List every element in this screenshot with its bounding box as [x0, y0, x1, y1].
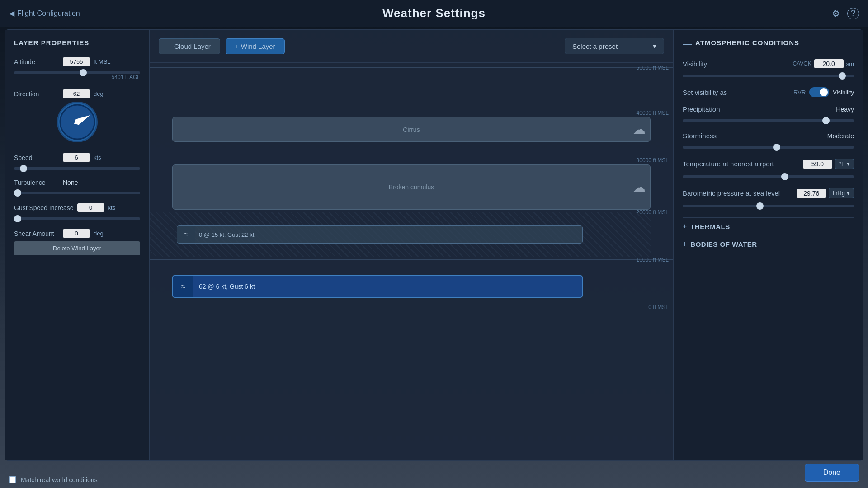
bodies-of-water-plus-icon: + — [683, 240, 687, 248]
direction-unit: deg — [94, 90, 104, 97]
help-icon[interactable]: ? — [847, 8, 859, 19]
toggle-thumb — [820, 88, 828, 96]
back-link[interactable]: ◀ Flight Configuration — [0, 9, 89, 18]
cavok-label: CAVOK — [793, 61, 811, 67]
match-real-world-checkbox[interactable] — [9, 476, 16, 483]
storminess-label: Storminess — [683, 132, 717, 140]
chevron-down-icon: ▾ — [653, 42, 656, 50]
storminess-slider[interactable] — [683, 146, 854, 149]
weather-visualization: 50000 ft MSL 40000 ft MSL Cirrus ☁ 30000… — [150, 63, 673, 460]
direction-label: Direction — [14, 90, 59, 98]
match-real-world-row: Match real world conditions — [9, 476, 98, 483]
turbulence-slider[interactable] — [14, 192, 140, 194]
gust-speed-input[interactable] — [77, 203, 104, 212]
altitude-line-0: 0 ft MSL — [150, 307, 673, 307]
altitude-label-0: 0 ft MSL — [648, 304, 669, 310]
storminess-row: Storminess Moderate — [683, 132, 854, 140]
speed-input[interactable] — [63, 153, 90, 162]
storminess-section: Storminess Moderate — [683, 132, 854, 150]
wind-layer-upper[interactable]: ≈ 0 @ 15 kt, Gust 22 kt — [177, 225, 583, 244]
bodies-of-water-header[interactable]: + BODIES OF WATER — [683, 235, 854, 253]
visibility-mode-label: Visibility — [833, 89, 854, 96]
broken-cumulus-layer[interactable]: Broken cumulus ☁ — [172, 164, 651, 210]
temperature-unit-label: °F — [839, 160, 845, 167]
shear-label: Shear Amount — [14, 230, 59, 237]
preset-dropdown[interactable]: Select a preset ▾ — [565, 38, 664, 54]
barometric-slider[interactable] — [683, 205, 854, 207]
barometric-input[interactable] — [797, 189, 826, 198]
visibility-row: Visibility CAVOK sm — [683, 59, 854, 68]
layer-properties-title: LAYER PROPERTIES — [14, 39, 140, 47]
bodies-of-water-title: BODIES OF WATER — [690, 240, 757, 248]
altitude-unit: ft MSL — [94, 58, 111, 65]
altitude-line-40000: 40000 ft MSL — [150, 113, 673, 113]
direction-input[interactable] — [63, 89, 90, 98]
main-panel: LAYER PROPERTIES Altitude ft MSL 5401 ft… — [5, 29, 863, 461]
speed-slider[interactable] — [14, 167, 140, 170]
settings-icon[interactable]: ⚙ — [832, 8, 840, 19]
atmospheric-conditions-label: ATMOSPHERIC CONDITIONS — [695, 39, 799, 47]
wind-layer-active[interactable]: ≈ 62 @ 6 kt, Gust 6 kt — [172, 275, 583, 298]
visibility-slider[interactable] — [683, 75, 854, 77]
temperature-input[interactable] — [803, 160, 832, 169]
compass-svg — [59, 104, 95, 140]
precipitation-label: Precipitation — [683, 105, 720, 113]
cloud-layer-button[interactable]: + Cloud Layer — [159, 38, 220, 54]
gust-speed-section: Gust Speed Increase kts — [14, 203, 140, 222]
shear-input[interactable] — [63, 229, 90, 238]
set-visibility-label: Set visibility as — [683, 89, 727, 96]
cirrus-layer[interactable]: Cirrus ☁ — [172, 117, 651, 142]
done-button[interactable]: Done — [805, 464, 859, 482]
precipitation-row: Precipitation Heavy — [683, 105, 854, 113]
visibility-label: Visibility — [683, 60, 707, 68]
temperature-section: Temperature at nearest airport °F ▾ — [683, 159, 854, 180]
gust-speed-slider[interactable] — [14, 217, 140, 220]
barometric-value-group: inHg ▾ — [797, 188, 854, 198]
barometric-section: Barometric pressure at sea level inHg ▾ — [683, 188, 854, 209]
direction-row: Direction deg — [14, 89, 140, 98]
cirrus-label: Cirrus — [403, 126, 420, 133]
wind-layer-active-info: 62 @ 6 kt, Gust 6 kt — [193, 283, 255, 290]
speed-label: Speed — [14, 154, 59, 161]
shear-section: Shear Amount deg Delete Wind Layer — [14, 229, 140, 255]
altitude-section: Altitude ft MSL 5401 ft AGL — [14, 57, 140, 82]
layer-buttons-bar: + Cloud Layer + Wind Layer Select a pres… — [150, 30, 673, 63]
barometric-row: Barometric pressure at sea level inHg ▾ — [683, 188, 854, 198]
temperature-chevron-icon: ▾ — [847, 160, 850, 167]
temperature-unit-dropdown[interactable]: °F ▾ — [835, 159, 854, 169]
gust-speed-label: Gust Speed Increase — [14, 204, 74, 211]
turbulence-row: Turbulence None — [14, 179, 140, 186]
altitude-input[interactable] — [63, 57, 90, 66]
altitude-label-40000: 40000 ft MSL — [637, 110, 669, 116]
wind-icon-upper: ≈ — [177, 226, 195, 243]
visibility-toggle[interactable] — [809, 87, 829, 97]
turbulence-section: Turbulence None — [14, 179, 140, 196]
visibility-input[interactable] — [814, 59, 844, 68]
shear-unit: deg — [94, 230, 104, 237]
altitude-label-50000: 50000 ft MSL — [637, 65, 669, 71]
barometric-unit-dropdown[interactable]: inHg ▾ — [829, 188, 854, 198]
top-bar-right: ⚙ ? — [832, 8, 868, 19]
precipitation-value: Heavy — [836, 106, 854, 113]
precipitation-slider[interactable] — [683, 119, 854, 122]
left-panel: LAYER PROPERTIES Altitude ft MSL 5401 ft… — [5, 30, 150, 460]
visibility-section: Visibility CAVOK sm — [683, 59, 854, 79]
wind-layer-button[interactable]: + Wind Layer — [226, 38, 285, 54]
thermals-header[interactable]: + THERMALS — [683, 217, 854, 235]
barometric-chevron-icon: ▾ — [847, 190, 850, 197]
speed-unit: kts — [94, 154, 101, 161]
preset-label: Select a preset — [572, 42, 618, 50]
gust-speed-unit: kts — [108, 204, 116, 211]
delete-wind-layer-button[interactable]: Delete Wind Layer — [14, 241, 140, 255]
barometric-label: Barometric pressure at sea level — [683, 189, 780, 197]
back-label: Flight Configuration — [17, 9, 80, 18]
barometric-unit-label: inHg — [833, 190, 845, 197]
temperature-value-group: °F ▾ — [803, 159, 854, 169]
altitude-line-50000: 50000 ft MSL — [150, 67, 673, 68]
temperature-slider[interactable] — [683, 175, 854, 178]
temperature-row: Temperature at nearest airport °F ▾ — [683, 159, 854, 169]
visibility-unit: sm — [846, 61, 854, 67]
compass[interactable] — [57, 102, 98, 142]
altitude-label-10000: 10000 ft MSL — [637, 257, 669, 263]
direction-section: Direction deg — [14, 89, 140, 146]
